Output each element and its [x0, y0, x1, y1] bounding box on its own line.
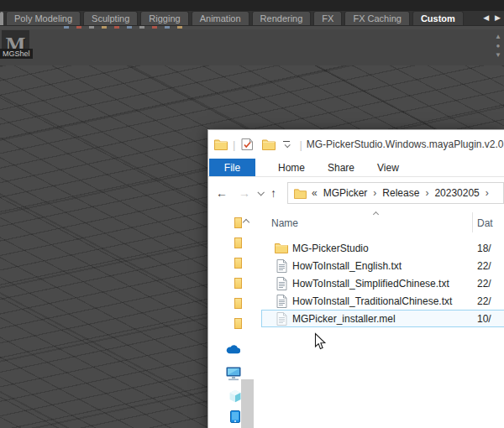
address-toolbar: ← → ↑ « MGPicker›Release›20230205› — [208, 178, 504, 208]
shelf-icon-peek — [165, 26, 170, 29]
ribbon-tab-bar: FileHomeShareView — [208, 159, 504, 177]
ribbon-tab-home[interactable]: Home — [278, 159, 305, 176]
file-explorer-window: | | MG-PickerStudio.Windows.mayaPlugin.v… — [207, 129, 504, 428]
file-row[interactable]: MG-PickerStudio18/ — [261, 239, 504, 257]
file-name: MGPicker_installer.mel — [292, 313, 396, 325]
breadcrumb: MGPicker›Release›20230205› — [318, 187, 489, 199]
explorer-titlebar[interactable]: | | MG-PickerStudio.Windows.mayaPlugin.v… — [208, 130, 504, 159]
column-divider[interactable] — [472, 212, 473, 232]
shelf-tab-scroll-controls: ◀ ▶ — [483, 10, 504, 25]
this-pc-icon[interactable] — [226, 367, 241, 384]
column-header-date[interactable]: Dat — [477, 217, 493, 229]
address-bar[interactable]: « MGPicker›Release›20230205› — [287, 182, 504, 204]
tree-folder-icon[interactable] — [234, 298, 242, 309]
file-list: MG-PickerStudio18/HowToInstall_English.t… — [261, 239, 504, 327]
chevron-down-icon — [257, 189, 264, 196]
shelf-tabs-scroll-right-icon[interactable]: ▶ — [495, 14, 501, 22]
shelf-icon-peek — [152, 26, 157, 29]
shelf-tab-sculpting[interactable]: Sculpting — [83, 11, 138, 25]
back-button[interactable]: ← — [216, 187, 228, 199]
text-file-icon — [275, 259, 288, 273]
shelf-tab-fx-caching[interactable]: FX Caching — [344, 11, 409, 25]
clipped-shelf-tab[interactable] — [0, 12, 3, 25]
tree-folder-icon[interactable] — [234, 237, 242, 248]
maya-shelf-tabbar: Poly ModelingSculptingRiggingAnimationRe… — [0, 11, 504, 26]
window-title: MG-PickerStudio.Windows.mayaPlugin.v2.0.… — [307, 138, 504, 150]
file-date: 10/ — [477, 313, 491, 325]
column-header-name[interactable]: Name — [271, 217, 298, 229]
file-name: MG-PickerStudio — [292, 243, 369, 254]
breadcrumb-overflow-button[interactable]: « — [312, 187, 318, 199]
up-button[interactable]: ↑ — [270, 187, 276, 199]
file-date: 22/ — [477, 278, 491, 290]
ribbon-tab-share[interactable]: Share — [328, 159, 354, 176]
breadcrumb-chevron[interactable]: › — [373, 187, 376, 199]
maya-shelf: M MGShel — [0, 29, 504, 65]
shelf-icon-peek — [127, 26, 132, 29]
mouse-cursor — [314, 332, 327, 354]
shelf-icon-peek — [139, 26, 144, 29]
ribbon-tab-file[interactable]: File — [209, 159, 255, 176]
shelf-tab-animation[interactable]: Animation — [192, 11, 249, 25]
shelf-tab-rendering[interactable]: Rendering — [252, 11, 312, 25]
titlebar-separator: | — [233, 138, 235, 151]
tree-folder-icon[interactable] — [234, 258, 242, 269]
shelf-tab-custom[interactable]: Custom — [412, 11, 464, 25]
shelf-tab-fx[interactable]: FX — [313, 11, 342, 25]
shelf-icon-peek — [177, 26, 182, 29]
mgpicker-shelf-button[interactable]: M MGShel — [2, 30, 29, 58]
quick-access-properties-button[interactable] — [239, 137, 255, 152]
device-icon[interactable] — [230, 410, 240, 426]
tree-folder-icon[interactable] — [234, 217, 242, 228]
file-date: 18/ — [477, 243, 491, 254]
breadcrumb-20230205[interactable]: 20230205 — [434, 187, 479, 199]
navpane-scrollbar[interactable] — [241, 379, 254, 428]
file-row[interactable]: HowToInstall_SimplifiedChinese.txt22/ — [261, 274, 504, 292]
chevron-down-icon — [285, 142, 291, 148]
titlebar-separator: | — [299, 138, 302, 151]
shelf-tabs-scroll-left-icon[interactable]: ◀ — [483, 14, 489, 22]
text-file-icon — [275, 295, 288, 308]
file-date: 22/ — [477, 295, 491, 307]
screenshot-root: Poly ModelingSculptingRiggingAnimationRe… — [0, 0, 504, 428]
breadcrumb-chevron[interactable]: › — [425, 187, 428, 199]
shelf-icon-peek — [76, 26, 81, 29]
shelf-icon-peek — [102, 26, 107, 29]
sort-ascending-icon — [373, 211, 379, 217]
quick-access-dropdown-button[interactable] — [281, 141, 291, 148]
ribbon-tab-view[interactable]: View — [377, 159, 399, 176]
breadcrumb-release[interactable]: Release — [382, 187, 419, 199]
file-name: HowToInstall_English.txt — [292, 260, 402, 272]
scroll-thumb-icon[interactable]: ● — [492, 41, 504, 50]
shelf-tabs: Poly ModelingSculptingRiggingAnimationRe… — [6, 10, 466, 25]
file-list-header: Name Dat — [261, 211, 504, 236]
onedrive-icon[interactable] — [226, 342, 240, 358]
shelf-tab-poly-modeling[interactable]: Poly Modeling — [6, 11, 81, 25]
file-row[interactable]: HowToInstall_TraditionalChinese.txt22/ — [261, 292, 504, 310]
shelf-button-label: MGShel — [0, 49, 33, 59]
tree-folder-icon[interactable] — [234, 278, 242, 289]
scroll-down-icon[interactable]: ▼ — [492, 50, 504, 60]
shelf-icon-peek — [64, 26, 69, 29]
maya-panel-scroll-widget: ▲ ● ▼ — [492, 32, 504, 60]
shelf-icon-peek — [114, 26, 119, 29]
quick-access-new-folder-button[interactable] — [261, 137, 276, 152]
recent-locations-dropdown-button[interactable] — [258, 191, 263, 196]
tree-collapse-icon[interactable] — [243, 219, 249, 226]
scroll-up-icon[interactable]: ▲ — [492, 32, 504, 41]
shelf-icon-peek — [89, 26, 94, 29]
folder-icon — [275, 242, 288, 255]
tree-folder-icon[interactable] — [234, 318, 242, 329]
mel-file-icon — [275, 312, 288, 326]
file-row[interactable]: HowToInstall_English.txt22/ — [261, 257, 504, 274]
address-folder-icon — [293, 186, 307, 200]
shelf-tab-rigging[interactable]: Rigging — [140, 11, 188, 25]
forward-button[interactable]: → — [239, 187, 250, 199]
file-name: HowToInstall_SimplifiedChinese.txt — [292, 278, 449, 290]
window-folder-icon — [213, 137, 228, 152]
file-name: HowToInstall_TraditionalChinese.txt — [292, 295, 452, 307]
breadcrumb-mgpicker[interactable]: MGPicker — [323, 187, 368, 199]
breadcrumb-chevron[interactable]: › — [486, 187, 489, 199]
3d-objects-icon[interactable] — [229, 389, 241, 406]
file-row[interactable]: MGPicker_installer.mel10/ — [261, 310, 504, 327]
